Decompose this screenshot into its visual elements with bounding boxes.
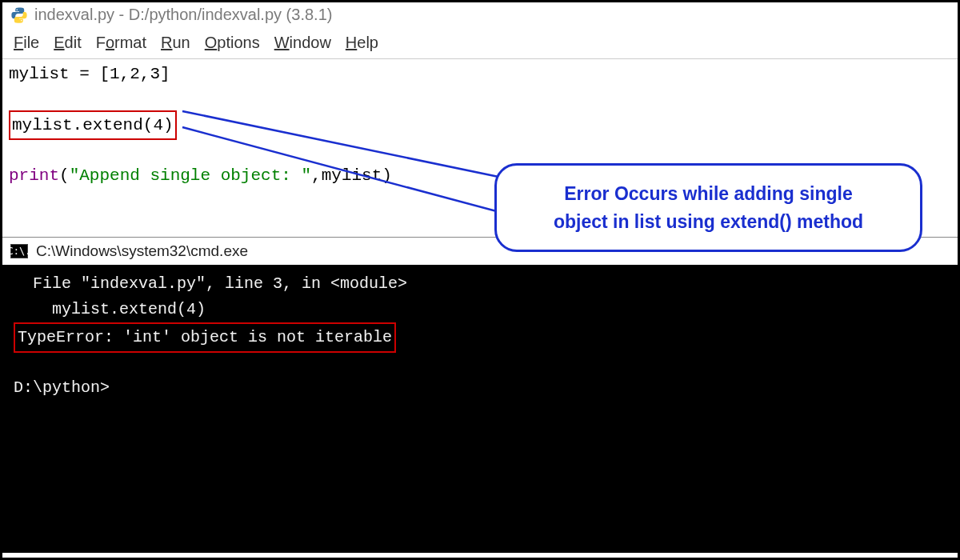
string-literal: "Append single object: "	[70, 166, 311, 185]
idle-titlebar: indexval.py - D:/python/indexval.py (3.8…	[2, 2, 958, 27]
error-callout: Error Occurs while adding single object …	[494, 163, 922, 252]
traceback-line-2: mylist.extend(4)	[14, 297, 946, 322]
code-editor[interactable]: mylist = [1,2,3] mylist.extend(4) print(…	[2, 58, 958, 237]
menu-file[interactable]: File	[14, 34, 39, 52]
highlighted-extend-call: mylist.extend(4)	[9, 110, 177, 141]
menu-edit[interactable]: Edit	[54, 34, 81, 52]
menu-window[interactable]: Window	[274, 34, 331, 52]
menubar: File Edit Format Run Options Window Help	[2, 27, 958, 58]
callout-line-2: object in list using extend() method	[514, 208, 902, 236]
terminal-prompt: D:\python>	[14, 375, 946, 401]
cmd-window-title: C:\Windows\system32\cmd.exe	[36, 242, 248, 260]
terminal-output[interactable]: File "indexval.py", line 3, in <module> …	[2, 265, 958, 553]
print-keyword: print	[9, 166, 59, 185]
idle-window-title: indexval.py - D:/python/indexval.py (3.8…	[34, 6, 332, 24]
callout-line-1: Error Occurs while adding single	[514, 180, 902, 208]
menu-options[interactable]: Options	[205, 34, 260, 52]
menu-format[interactable]: Format	[96, 34, 146, 52]
code-line-2: mylist.extend(4)	[9, 110, 951, 141]
cmd-icon: C:\.	[10, 244, 28, 258]
code-line-1: mylist = [1,2,3]	[9, 61, 951, 88]
menu-run[interactable]: Run	[161, 34, 190, 52]
python-icon	[10, 6, 28, 24]
error-line: TypeError: 'int' object is not iterable	[14, 322, 946, 353]
traceback-line-1: File "indexval.py", line 3, in <module>	[14, 271, 946, 297]
menu-help[interactable]: Help	[346, 34, 378, 52]
highlighted-error: TypeError: 'int' object is not iterable	[14, 322, 396, 353]
